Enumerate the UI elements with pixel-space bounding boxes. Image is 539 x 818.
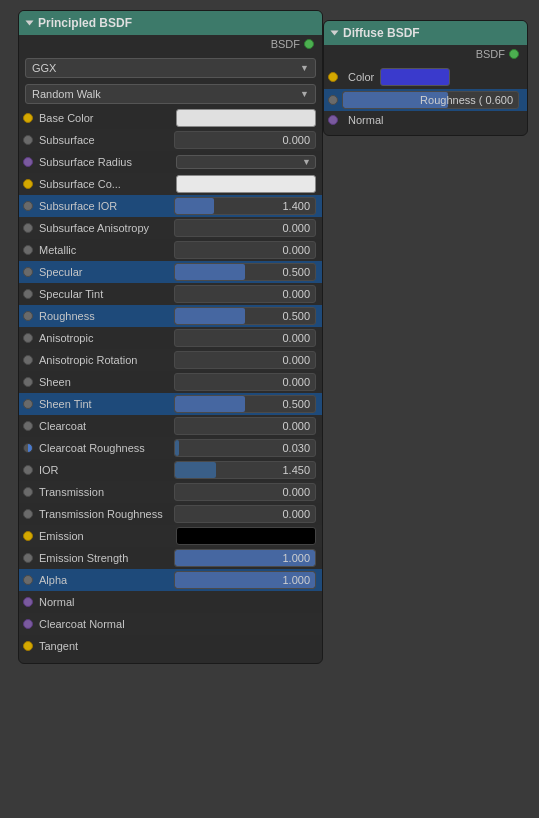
alpha-bar[interactable]: 1.000 [174, 571, 316, 589]
sheen-bar[interactable]: 0.000 [174, 373, 316, 391]
transmission-row: Transmission 0.000 [19, 481, 322, 503]
principled-panel-content: GGX ▼ Random Walk ▼ Base Color Subsurfac… [19, 53, 322, 663]
emission-row: Emission [19, 525, 322, 547]
clearcoat-bar[interactable]: 0.000 [174, 417, 316, 435]
base-color-dot[interactable] [23, 113, 33, 123]
diffuse-roughness-label: Roughness ( [420, 94, 485, 106]
tangent-label: Tangent [37, 640, 316, 652]
subsurface-method-select[interactable]: Random Walk ▼ [25, 84, 316, 104]
sheen-tint-label: Sheen Tint [37, 398, 174, 410]
diffuse-panel-header[interactable]: Diffuse BSDF [324, 21, 527, 45]
diffuse-normal-dot[interactable] [328, 115, 338, 125]
clearcoat-normal-row: Clearcoat Normal [19, 613, 322, 635]
ior-row: IOR 1.450 [19, 459, 322, 481]
diffuse-roughness-bar[interactable]: Roughness ( 0.600 [342, 91, 519, 109]
sheen-row: Sheen 0.000 [19, 371, 322, 393]
subsurface-color-swatch[interactable] [176, 175, 316, 193]
sheen-tint-bar[interactable]: 0.500 [174, 395, 316, 413]
specular-bar[interactable]: 0.500 [174, 263, 316, 281]
bsdf-output-dot[interactable] [304, 39, 314, 49]
anisotropic-rotation-bar[interactable]: 0.000 [174, 351, 316, 369]
clearcoat-dot[interactable] [23, 421, 33, 431]
diffuse-panel-content: Color Roughness ( 0.600 Normal [324, 63, 527, 135]
anisotropic-bar[interactable]: 0.000 [174, 329, 316, 347]
distribution-select[interactable]: GGX ▼ [25, 58, 316, 78]
base-color-label: Base Color [37, 112, 176, 124]
specular-row: Specular 0.500 [19, 261, 322, 283]
subsurface-dot[interactable] [23, 135, 33, 145]
specular-tint-row: Specular Tint 0.000 [19, 283, 322, 305]
clearcoat-row: Clearcoat 0.000 [19, 415, 322, 437]
tangent-dot[interactable] [23, 641, 33, 651]
sheen-tint-dot[interactable] [23, 399, 33, 409]
subsurface-anisotropy-label: Subsurface Anisotropy [37, 222, 174, 234]
emission-strength-bar[interactable]: 1.000 [174, 549, 316, 567]
subsurface-color-label: Subsurface Co... [37, 178, 176, 190]
transmission-roughness-dot[interactable] [23, 509, 33, 519]
anisotropic-rotation-dot[interactable] [23, 355, 33, 365]
clearcoat-normal-dot[interactable] [23, 619, 33, 629]
subsurface-ior-dot[interactable] [23, 201, 33, 211]
base-color-swatch[interactable] [176, 109, 316, 127]
diffuse-color-row: Color [324, 65, 527, 89]
subsurface-method-value: Random Walk [32, 88, 101, 100]
roughness-dot[interactable] [23, 311, 33, 321]
metallic-bar[interactable]: 0.000 [174, 241, 316, 259]
tangent-row: Tangent [19, 635, 322, 657]
clearcoat-roughness-label: Clearcoat Roughness [37, 442, 174, 454]
emission-swatch[interactable] [176, 527, 316, 545]
anisotropic-row: Anisotropic 0.000 [19, 327, 322, 349]
ior-dot[interactable] [23, 465, 33, 475]
subsurface-anisotropy-dot[interactable] [23, 223, 33, 233]
clearcoat-roughness-dot[interactable] [23, 443, 33, 453]
subsurface-bar[interactable]: 0.000 [174, 131, 316, 149]
clearcoat-roughness-bar[interactable]: 0.030 [174, 439, 316, 457]
transmission-label: Transmission [37, 486, 174, 498]
specular-tint-dot[interactable] [23, 289, 33, 299]
normal-dot[interactable] [23, 597, 33, 607]
emission-strength-dot[interactable] [23, 553, 33, 563]
ior-bar[interactable]: 1.450 [174, 461, 316, 479]
diffuse-color-dot[interactable] [328, 72, 338, 82]
alpha-dot[interactable] [23, 575, 33, 585]
distribution-value: GGX [32, 62, 56, 74]
subsurface-radius-row: Subsurface Radius ▼ [19, 151, 322, 173]
subsurface-color-dot[interactable] [23, 179, 33, 189]
emission-strength-label: Emission Strength [37, 552, 174, 564]
subsurface-row: Subsurface 0.000 [19, 129, 322, 151]
subsurface-ior-label: Subsurface IOR [37, 200, 174, 212]
clearcoat-label: Clearcoat [37, 420, 174, 432]
emission-strength-row: Emission Strength 1.000 [19, 547, 322, 569]
diffuse-color-label: Color [348, 71, 374, 83]
diffuse-bsdf-label: BSDF [476, 48, 505, 60]
diffuse-color-swatch[interactable] [380, 68, 450, 86]
transmission-bar[interactable]: 0.000 [174, 483, 316, 501]
emission-dot[interactable] [23, 531, 33, 541]
subsurface-color-row: Subsurface Co... [19, 173, 322, 195]
sheen-dot[interactable] [23, 377, 33, 387]
diffuse-bsdf-output-dot[interactable] [509, 49, 519, 59]
subsurface-ior-bar[interactable]: 1.400 [174, 197, 316, 215]
roughness-bar[interactable]: 0.500 [174, 307, 316, 325]
subsurface-radius-select[interactable]: ▼ [176, 155, 316, 169]
specular-dot[interactable] [23, 267, 33, 277]
subsurface-method-select-row: Random Walk ▼ [19, 81, 322, 107]
sheen-tint-row: Sheen Tint 0.500 [19, 393, 322, 415]
clearcoat-roughness-row: Clearcoat Roughness 0.030 [19, 437, 322, 459]
specular-tint-bar[interactable]: 0.000 [174, 285, 316, 303]
diffuse-roughness-dot[interactable] [328, 95, 338, 105]
subsurface-radius-dot[interactable] [23, 157, 33, 167]
subsurface-anisotropy-bar[interactable]: 0.000 [174, 219, 316, 237]
metallic-dot[interactable] [23, 245, 33, 255]
transmission-dot[interactable] [23, 487, 33, 497]
principled-panel-header[interactable]: Principled BSDF [19, 11, 322, 35]
ior-label: IOR [37, 464, 174, 476]
alpha-row: Alpha 1.000 [19, 569, 322, 591]
subsurface-anisotropy-row: Subsurface Anisotropy 0.000 [19, 217, 322, 239]
transmission-roughness-bar[interactable]: 0.000 [174, 505, 316, 523]
anisotropic-dot[interactable] [23, 333, 33, 343]
subsurface-label: Subsurface [37, 134, 174, 146]
alpha-label: Alpha [37, 574, 174, 586]
diffuse-roughness-value: 0.600 [485, 94, 513, 106]
subsurface-ior-row: Subsurface IOR 1.400 [19, 195, 322, 217]
